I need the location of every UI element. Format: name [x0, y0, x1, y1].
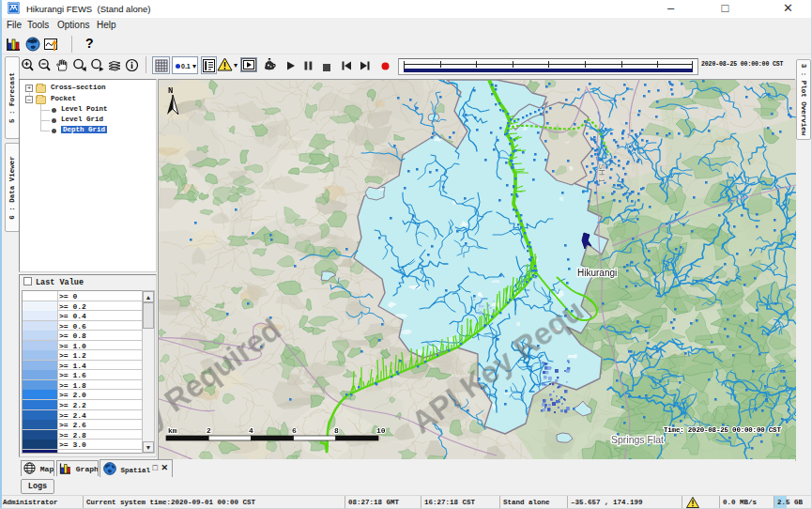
svg-text:2: 2	[207, 426, 211, 435]
svg-text:4: 4	[249, 426, 253, 435]
svg-text:km: km	[168, 426, 177, 435]
svg-text:Time: 2020-08-25 00:00:00 CST: Time: 2020-08-25 00:00:00 CST	[664, 426, 781, 434]
svg-text:Springs Flat: Springs Flat	[611, 434, 664, 445]
svg-text:6: 6	[292, 426, 297, 435]
svg-text:SH 1: SH 1	[597, 163, 607, 183]
svg-text:Hikurangi: Hikurangi	[577, 268, 617, 278]
svg-text:10: 10	[376, 426, 386, 435]
svg-text:8: 8	[334, 426, 339, 435]
svg-text:N: N	[168, 86, 173, 96]
